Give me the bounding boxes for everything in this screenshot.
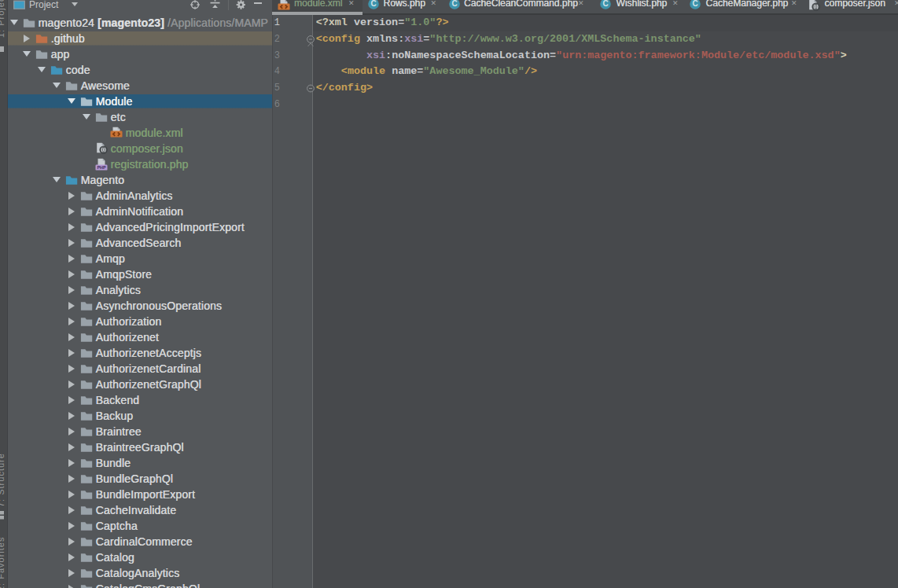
svg-text:PHP: PHP xyxy=(97,165,105,170)
svg-text:C: C xyxy=(692,0,697,8)
svg-text:C: C xyxy=(602,0,608,8)
svg-text:C: C xyxy=(451,0,457,8)
svg-text:C: C xyxy=(370,0,376,8)
